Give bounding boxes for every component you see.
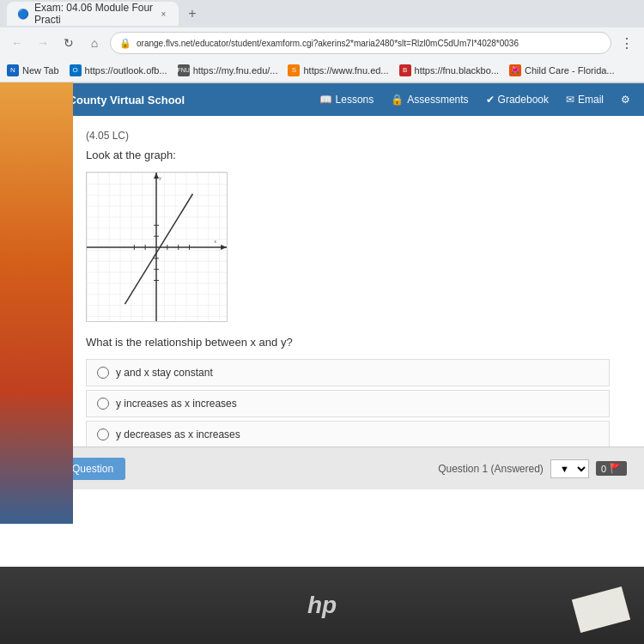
status-badge: 0 🚩 <box>596 461 627 476</box>
answer-text-2: y decreases as x increases <box>116 428 240 440</box>
address-bar-row: ← → ↻ ⌂ 🔒 orange.flvs.net/educator/stude… <box>0 27 644 58</box>
section-label: (4.05 LC) <box>86 130 610 142</box>
tab-favicon: 🔵 <box>17 9 29 20</box>
bookmark-label-2: https://my.fnu.edu/... <box>193 65 278 76</box>
hp-logo: hp <box>307 592 337 619</box>
answer-option-1[interactable]: y increases as x increases <box>86 390 610 417</box>
nav-items: 📖 Lessons 🔒 Assessments ✔ Gradebook ✉ Em… <box>319 94 630 106</box>
bottom-bar: Previous Question Question 1 (Answered) … <box>0 447 644 489</box>
bookmark-favicon-0: N <box>7 64 19 76</box>
bookmark-blackboard[interactable]: B https://fnu.blackbo... <box>399 64 499 76</box>
bookmark-new-tab[interactable]: N New Tab <box>7 64 59 76</box>
bookmark-favicon-2: FNU <box>178 64 190 76</box>
exam-area: (4.05 LC) Look at the graph: <box>0 116 644 567</box>
question-status-text: Question 1 (Answered) <box>438 463 544 475</box>
answer-text-0: y and x stay constant <box>116 367 213 379</box>
screen: 🔵 Exam: 04.06 Module Four Practi × + ← →… <box>0 0 644 567</box>
home-button[interactable]: ⌂ <box>84 33 105 53</box>
school-nav: ⌂ Orange County Virtual School 📖 Lessons… <box>0 83 644 116</box>
graph-svg: x y <box>87 173 227 321</box>
refresh-button[interactable]: ↻ <box>58 33 79 53</box>
bookmarks-bar: N New Tab O https://outlook.ofb... FNU h… <box>0 58 644 82</box>
monitor: 🔵 Exam: 04.06 Module Four Practi × + ← →… <box>0 0 644 644</box>
answer-option-0[interactable]: y and x stay constant <box>86 359 610 386</box>
bookmark-label-3: https://www.fnu.ed... <box>303 65 388 76</box>
new-tab-button[interactable]: + <box>182 3 203 24</box>
browser-chrome: 🔵 Exam: 04.06 Module Four Practi × + ← →… <box>0 0 644 83</box>
assessments-icon: 🔒 <box>391 94 404 106</box>
assessments-label: Assessments <box>407 94 468 106</box>
nav-lessons[interactable]: 📖 Lessons <box>319 94 374 106</box>
nav-email[interactable]: ✉ Email <box>566 94 604 106</box>
lessons-label: Lessons <box>336 94 374 106</box>
bookmark-favicon-1: O <box>70 64 82 76</box>
bookmark-label-5: Child Care - Florida... <box>525 65 615 76</box>
page-content: ⌂ Orange County Virtual School 📖 Lessons… <box>0 83 644 567</box>
radio-1[interactable] <box>97 398 109 410</box>
question-status: Question 1 (Answered) ▼ 0 🚩 <box>438 459 627 478</box>
lessons-icon: 📖 <box>319 94 332 106</box>
monitor-bottom-bezel: hp <box>0 567 644 644</box>
answer-text-1: y increases as x increases <box>116 398 237 410</box>
graph-container: x y <box>86 172 228 322</box>
question-text: Look at the graph: <box>86 149 610 161</box>
bookmark-childcare[interactable]: 🌺 Child Care - Florida... <box>509 64 615 76</box>
gear-icon: ⚙ <box>621 94 630 106</box>
question-dropdown[interactable]: ▼ <box>550 459 589 478</box>
email-label: Email <box>578 94 604 106</box>
side-gradient <box>0 82 73 524</box>
answer-option-2[interactable]: y decreases as x increases <box>86 421 610 448</box>
lock-icon: 🔒 <box>119 38 131 49</box>
bookmark-label-4: https://fnu.blackbo... <box>415 65 499 76</box>
nav-gradebook[interactable]: ✔ Gradebook <box>486 94 549 106</box>
forward-button[interactable]: → <box>33 33 53 53</box>
relationship-question: What is the relationship between x and y… <box>86 336 610 349</box>
bookmark-outlook[interactable]: O https://outlook.ofb... <box>70 64 167 76</box>
gradebook-label: Gradebook <box>498 94 549 106</box>
nav-gear[interactable]: ⚙ <box>621 94 630 106</box>
bookmark-favicon-3: S <box>288 64 300 76</box>
bookmark-label-0: New Tab <box>22 65 59 76</box>
bookmark-fnu-www[interactable]: S https://www.fnu.ed... <box>288 64 388 76</box>
radio-0[interactable] <box>97 367 109 379</box>
bookmark-favicon-4: B <box>399 64 411 76</box>
tab-bar: 🔵 Exam: 04.06 Module Four Practi × + <box>0 0 644 27</box>
gradebook-icon: ✔ <box>486 94 495 106</box>
address-input[interactable]: 🔒 orange.flvs.net/educator/student/examf… <box>110 32 611 54</box>
flag-icon: 🚩 <box>610 463 622 474</box>
active-tab[interactable]: 🔵 Exam: 04.06 Module Four Practi × <box>7 2 179 26</box>
email-icon: ✉ <box>566 94 574 106</box>
svg-text:y: y <box>159 175 161 180</box>
extensions-button[interactable]: ⋮ <box>617 33 637 53</box>
back-button[interactable]: ← <box>7 33 27 53</box>
url-text: orange.flvs.net/educator/student/examfor… <box>137 39 519 48</box>
nav-assessments[interactable]: 🔒 Assessments <box>391 94 468 106</box>
tab-label: Exam: 04.06 Module Four Practi <box>34 2 154 26</box>
bookmark-favicon-5: 🌺 <box>509 64 521 76</box>
bookmark-label-1: https://outlook.ofb... <box>85 65 167 76</box>
radio-2[interactable] <box>97 428 109 440</box>
bookmark-fnu-my[interactable]: FNU https://my.fnu.edu/... <box>178 64 278 76</box>
status-num: 0 <box>601 464 606 474</box>
svg-text:x: x <box>214 239 216 244</box>
tab-close-button[interactable]: × <box>159 8 168 20</box>
